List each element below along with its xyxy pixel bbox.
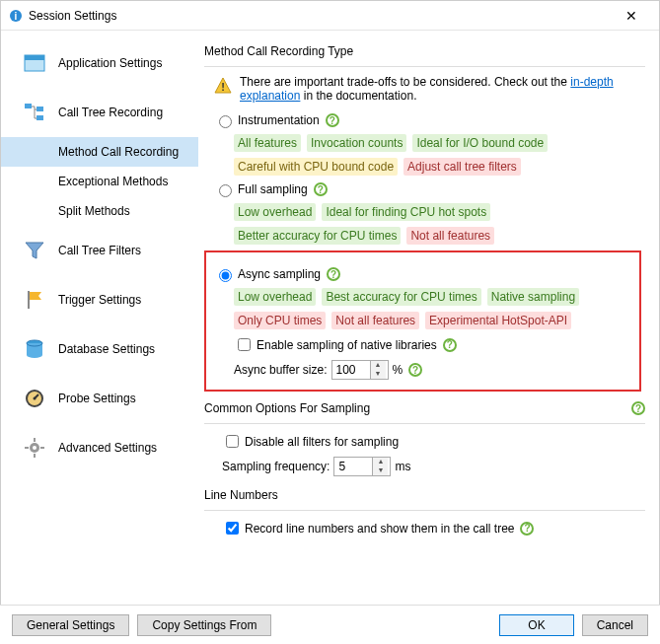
footer: General Settings Copy Settings From OK C… xyxy=(0,605,660,644)
warning-icon: ! xyxy=(214,77,232,98)
async-sampling-highlight-box: Async sampling ? Low overhead Best accur… xyxy=(204,250,641,392)
sidebar-item-call-tree-filters[interactable]: Call Tree Filters xyxy=(1,226,198,275)
svg-rect-16 xyxy=(34,454,36,458)
sampling-frequency-input[interactable] xyxy=(334,460,372,473)
sampling-frequency-row: Sampling frequency: ▲▼ ms xyxy=(222,457,645,476)
divider xyxy=(204,66,645,67)
sidebar-item-exceptional-methods[interactable]: Exceptional Methods xyxy=(1,167,198,196)
svg-point-14 xyxy=(33,446,37,450)
sidebar-item-application-settings[interactable]: Application Settings xyxy=(1,38,198,88)
ok-button[interactable]: OK xyxy=(499,614,573,636)
svg-rect-4 xyxy=(25,104,32,108)
checkbox-label: Record line numbers and show them in the… xyxy=(245,522,514,536)
async-buffer-spinner[interactable]: ▲▼ xyxy=(331,360,389,380)
sidebar-item-label: Advanced Settings xyxy=(58,441,157,455)
titlebar: i Session Settings ✕ xyxy=(1,1,659,31)
radio-async-sampling-input[interactable] xyxy=(219,269,232,282)
async-tags-2: Only CPU times Not all features Experime… xyxy=(234,312,633,329)
tag: Native sampling xyxy=(487,288,579,306)
sidebar-item-advanced-settings[interactable]: Advanced Settings xyxy=(1,423,198,472)
gear-icon xyxy=(21,437,48,459)
help-icon[interactable]: ? xyxy=(443,338,457,352)
sidebar-item-split-methods[interactable]: Split Methods xyxy=(1,196,198,226)
help-icon[interactable]: ? xyxy=(631,401,645,415)
tag: Adjust call tree filters xyxy=(403,158,521,176)
tag: Better accuracy for CPU times xyxy=(234,227,401,245)
spinner-arrows[interactable]: ▲▼ xyxy=(370,361,386,379)
async-tags: Low overhead Best accuracy for CPU times… xyxy=(234,288,633,306)
sidebar-item-method-call-recording[interactable]: Method Call Recording xyxy=(1,137,198,167)
tag: Only CPU times xyxy=(234,312,326,329)
cancel-button[interactable]: Cancel xyxy=(582,614,648,636)
section-line-numbers: Line Numbers xyxy=(204,488,645,502)
record-lines-row: Record line numbers and show them in the… xyxy=(222,519,645,537)
tag: Ideal for finding CPU hot spots xyxy=(322,203,490,221)
unit-label: % xyxy=(393,363,403,377)
tag: Careful with CPU bound code xyxy=(234,158,398,176)
sidebar-item-label: Exceptional Methods xyxy=(58,175,168,188)
instrumentation-tags: All features Invocation counts Ideal for… xyxy=(234,134,645,152)
close-button[interactable]: ✕ xyxy=(612,8,651,24)
help-icon[interactable]: ? xyxy=(314,182,328,196)
radio-label: Async sampling xyxy=(238,267,321,281)
help-icon[interactable]: ? xyxy=(327,267,340,281)
sampling-frequency-spinner[interactable]: ▲▼ xyxy=(333,457,391,476)
gauge-icon xyxy=(21,388,48,409)
svg-rect-17 xyxy=(25,447,29,449)
tag: Best accuracy for CPU times xyxy=(322,288,480,306)
divider xyxy=(204,423,645,424)
general-settings-button[interactable]: General Settings xyxy=(12,614,129,636)
sidebar-item-database-settings[interactable]: Database Settings xyxy=(1,324,198,374)
fullsampling-tags-2: Better accuracy for CPU times Not all fe… xyxy=(234,227,645,245)
radio-async-sampling[interactable]: Async sampling ? xyxy=(214,266,633,282)
instrumentation-tags-2: Careful with CPU bound code Adjust call … xyxy=(234,158,645,176)
enable-native-checkbox[interactable] xyxy=(238,338,251,351)
unit-label: ms xyxy=(395,460,410,473)
radio-label: Instrumentation xyxy=(238,113,320,127)
sidebar-item-trigger-settings[interactable]: Trigger Settings xyxy=(1,275,198,324)
async-buffer-row: Async buffer size: ▲▼ % ? xyxy=(234,360,633,380)
fullsampling-tags: Low overhead Ideal for finding CPU hot s… xyxy=(234,203,645,221)
sidebar-item-label: Split Methods xyxy=(58,204,130,218)
warning-message: ! There are important trade-offs to be c… xyxy=(214,75,645,103)
window-title: Session Settings xyxy=(29,9,612,23)
help-icon[interactable]: ? xyxy=(520,522,534,536)
tree-icon xyxy=(21,103,48,122)
sidebar: Application Settings Call Tree Recording… xyxy=(1,31,198,603)
tag: Low overhead xyxy=(234,203,316,221)
section-label: Line Numbers xyxy=(204,488,278,502)
async-buffer-input[interactable] xyxy=(332,363,370,377)
content-panel: Method Call Recording Type ! There are i… xyxy=(198,31,659,603)
radio-instrumentation[interactable]: Instrumentation ? xyxy=(214,112,645,128)
sidebar-item-probe-settings[interactable]: Probe Settings xyxy=(1,374,198,423)
divider xyxy=(204,510,645,511)
svg-text:!: ! xyxy=(221,81,225,93)
field-label: Async buffer size: xyxy=(234,363,328,377)
svg-rect-7 xyxy=(28,291,30,309)
svg-rect-3 xyxy=(25,55,44,60)
radio-full-sampling-input[interactable] xyxy=(219,184,232,197)
sidebar-item-label: Call Tree Filters xyxy=(58,244,141,257)
record-lines-checkbox[interactable] xyxy=(226,522,239,535)
svg-rect-18 xyxy=(40,447,44,449)
tag: All features xyxy=(234,134,301,152)
enable-native-row: Enable sampling of native libraries ? xyxy=(234,335,633,354)
sidebar-item-label: Call Tree Recording xyxy=(58,106,163,119)
filter-icon xyxy=(21,241,48,260)
tag: Not all features xyxy=(406,227,494,245)
radio-full-sampling[interactable]: Full sampling ? xyxy=(214,181,645,197)
sidebar-item-label: Database Settings xyxy=(58,342,155,356)
svg-rect-15 xyxy=(34,438,36,442)
copy-settings-button[interactable]: Copy Settings From xyxy=(137,614,271,636)
radio-instrumentation-input[interactable] xyxy=(219,115,232,128)
help-icon[interactable]: ? xyxy=(408,363,422,377)
disable-filters-checkbox[interactable] xyxy=(226,435,239,448)
spinner-arrows[interactable]: ▲▼ xyxy=(372,458,388,475)
checkbox-label: Disable all filters for sampling xyxy=(245,435,399,449)
flag-icon xyxy=(21,289,48,311)
tag: Invocation counts xyxy=(307,134,406,152)
sidebar-item-call-tree-recording[interactable]: Call Tree Recording xyxy=(1,88,198,137)
section-label: Common Options For Sampling xyxy=(204,401,370,415)
help-icon[interactable]: ? xyxy=(326,113,339,127)
tag: Ideal for I/O bound code xyxy=(412,134,548,152)
